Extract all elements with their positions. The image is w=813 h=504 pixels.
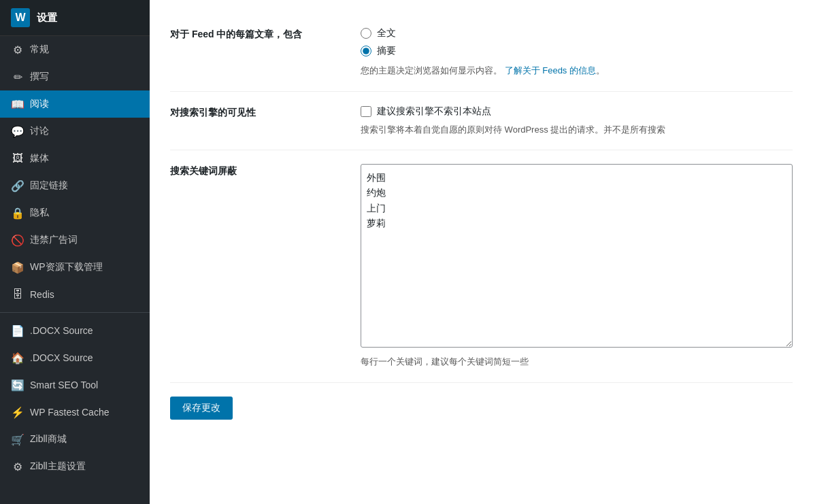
feed-summary-option[interactable]: 摘要 bbox=[361, 45, 793, 57]
sidebar-item-privacy[interactable]: 🔒隐私 bbox=[0, 199, 150, 226]
sidebar-label-wpfastest: WP Fastest Cache bbox=[30, 407, 109, 418]
main-content: 对于 Feed 中的每篇文章，包含 全文 摘要 您的主题决定浏览器如何显示内容。… bbox=[150, 0, 813, 504]
feed-section: 对于 Feed 中的每篇文章，包含 全文 摘要 您的主题决定浏览器如何显示内容。… bbox=[170, 14, 793, 92]
sidebar-item-wpres[interactable]: 📦WP资源下载管理 bbox=[0, 254, 150, 281]
feed-summary-label: 摘要 bbox=[377, 45, 396, 57]
sidebar-icon-zibll-shop: 🛒 bbox=[11, 433, 24, 446]
sidebar-item-docxsource[interactable]: 🏠.DOCX Source bbox=[0, 344, 150, 371]
keywords-hint: 每行一个关键词，建议每个关键词简短一些 bbox=[361, 355, 793, 369]
sidebar-label-discussion: 讨论 bbox=[30, 125, 49, 137]
sidebar-label-docxsource: .DOCX Source bbox=[30, 352, 93, 363]
sidebar-icon-media: 🖼 bbox=[11, 152, 24, 165]
feed-label: 对于 Feed 中的每篇文章，包含 bbox=[170, 27, 361, 41]
sidebar-label-media: 媒体 bbox=[30, 152, 49, 165]
sidebar-label-reading: 阅读 bbox=[30, 98, 49, 110]
sidebar-icon-ads: 🚫 bbox=[11, 233, 24, 247]
sidebar-item-writing[interactable]: ✏撰写 bbox=[0, 63, 150, 90]
sidebar-label-privacy: 隐私 bbox=[30, 207, 49, 219]
sidebar-icon-wpfastest: ⚡ bbox=[11, 405, 24, 419]
sidebar-label-docxsource-short: .DOCX Source bbox=[30, 325, 93, 336]
sidebar-label-zibll-shop: Zibll商城 bbox=[30, 433, 67, 446]
sidebar-icon-docxsource-short: 📄 bbox=[11, 324, 24, 337]
search-visibility-description: 搜索引擎将本着自觉自愿的原则对待 WordPress 提出的请求。并不是所有搜索 bbox=[361, 123, 793, 137]
sidebar-icon-reading: 📖 bbox=[11, 97, 24, 111]
keywords-label: 搜索关键词屏蔽 bbox=[170, 164, 361, 178]
sidebar-label-permalinks: 固定链接 bbox=[30, 180, 68, 192]
sidebar-label-writing: 撰写 bbox=[30, 71, 49, 83]
sidebar-label-wpres: WP资源下载管理 bbox=[30, 261, 103, 273]
sidebar-icon-redis: 🗄 bbox=[11, 288, 24, 301]
sidebar-label-general: 常规 bbox=[30, 44, 49, 56]
sidebar-icon-permalinks: 🔗 bbox=[11, 179, 24, 192]
sidebar-item-docxsource-short[interactable]: 📄.DOCX Source bbox=[0, 317, 150, 344]
feed-control: 全文 摘要 您的主题决定浏览器如何显示内容。 了解关于 Feeds 的信息。 bbox=[361, 27, 793, 78]
sidebar-icon-writing: ✏ bbox=[11, 70, 24, 84]
sidebar-header: W 设置 bbox=[0, 0, 150, 36]
sidebar-item-reading[interactable]: 📖阅读 bbox=[0, 90, 150, 118]
search-visibility-checkbox[interactable] bbox=[361, 106, 371, 117]
keywords-section: 搜索关键词屏蔽 每行一个关键词，建议每个关键词简短一些 bbox=[170, 150, 793, 383]
feed-summary-radio[interactable] bbox=[361, 46, 371, 56]
sidebar-item-zibll-theme[interactable]: ⚙Zibll主题设置 bbox=[0, 453, 150, 480]
sidebar-nav: ⚙常规✏撰写📖阅读💬讨论🖼媒体🔗固定链接🔒隐私🚫违禁广告词📦WP资源下载管理🗄R… bbox=[0, 36, 150, 504]
search-visibility-section: 对搜索引擎的可见性 建议搜索引擎不索引本站点 搜索引擎将本着自觉自愿的原则对待 … bbox=[170, 92, 793, 151]
feeds-info-link[interactable]: 了解关于 Feeds 的信息 bbox=[505, 65, 596, 75]
sidebar-item-discussion[interactable]: 💬讨论 bbox=[0, 118, 150, 145]
sidebar-title: 设置 bbox=[37, 12, 57, 24]
sidebar-icon-privacy: 🔒 bbox=[11, 206, 24, 220]
search-visibility-label: 对搜索引擎的可见性 bbox=[170, 105, 361, 119]
sidebar-icon-wpres: 📦 bbox=[11, 261, 24, 274]
feed-radio-group: 全文 摘要 bbox=[361, 27, 793, 57]
feed-full-label: 全文 bbox=[377, 27, 396, 39]
sidebar-icon-general: ⚙ bbox=[11, 43, 24, 56]
search-visibility-checkbox-label: 建议搜索引擎不索引本站点 bbox=[377, 105, 491, 118]
sidebar-icon-smartseo: 🔄 bbox=[11, 378, 24, 392]
sidebar-item-permalinks[interactable]: 🔗固定链接 bbox=[0, 172, 150, 199]
sidebar-item-redis[interactable]: 🗄Redis bbox=[0, 281, 150, 308]
sidebar-item-wpfastest[interactable]: ⚡WP Fastest Cache bbox=[0, 399, 150, 426]
search-visibility-option[interactable]: 建议搜索引擎不索引本站点 bbox=[361, 105, 793, 118]
sidebar-icon-discussion: 💬 bbox=[11, 124, 24, 138]
sidebar-item-general[interactable]: ⚙常规 bbox=[0, 36, 150, 63]
sidebar: W 设置 ⚙常规✏撰写📖阅读💬讨论🖼媒体🔗固定链接🔒隐私🚫违禁广告词📦WP资源下… bbox=[0, 0, 150, 504]
sidebar-label-zibll-theme: Zibll主题设置 bbox=[30, 460, 86, 473]
save-button[interactable]: 保存更改 bbox=[170, 397, 233, 420]
feed-full-radio[interactable] bbox=[361, 28, 371, 39]
keywords-control: 每行一个关键词，建议每个关键词简短一些 bbox=[361, 164, 793, 369]
sidebar-item-smartseo[interactable]: 🔄Smart SEO Tool bbox=[0, 371, 150, 399]
wordpress-icon: W bbox=[11, 8, 30, 27]
keywords-textarea[interactable] bbox=[361, 164, 793, 348]
feed-full-option[interactable]: 全文 bbox=[361, 27, 793, 39]
sidebar-icon-zibll-theme: ⚙ bbox=[11, 460, 24, 473]
sidebar-item-ads[interactable]: 🚫违禁广告词 bbox=[0, 226, 150, 254]
search-visibility-control: 建议搜索引擎不索引本站点 搜索引擎将本着自觉自愿的原则对待 WordPress … bbox=[361, 105, 793, 137]
sidebar-icon-docxsource: 🏠 bbox=[11, 351, 24, 365]
sidebar-label-redis: Redis bbox=[30, 289, 54, 300]
sidebar-item-media[interactable]: 🖼媒体 bbox=[0, 145, 150, 172]
sidebar-label-ads: 违禁广告词 bbox=[30, 234, 78, 246]
sidebar-label-smartseo: Smart SEO Tool bbox=[30, 380, 98, 390]
sidebar-item-zibll-shop[interactable]: 🛒Zibll商城 bbox=[0, 426, 150, 453]
feed-description: 您的主题决定浏览器如何显示内容。 了解关于 Feeds 的信息。 bbox=[361, 64, 793, 78]
